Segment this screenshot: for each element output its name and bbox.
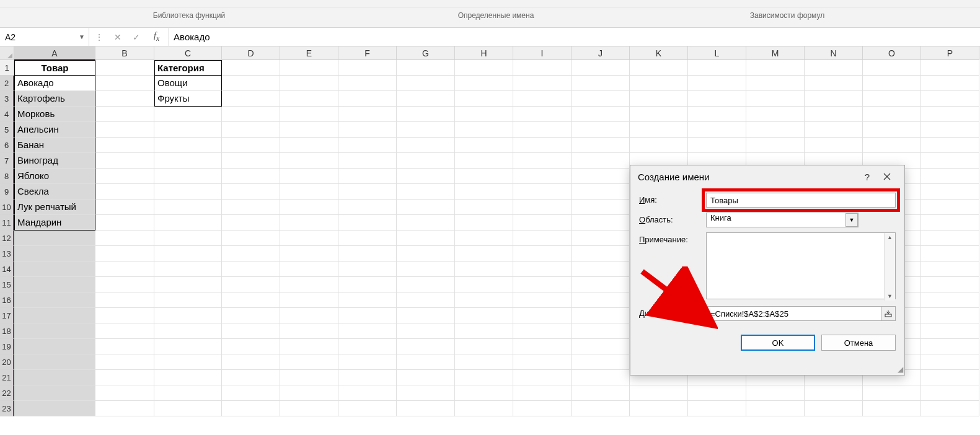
cell[interactable] <box>397 385 455 401</box>
cell[interactable] <box>95 246 154 261</box>
dialog-titlebar[interactable]: Создание имени ? <box>630 165 904 188</box>
cell[interactable] <box>513 246 572 261</box>
cell[interactable] <box>572 138 630 153</box>
cell[interactable] <box>14 308 95 323</box>
row-header[interactable]: 8 <box>0 169 14 184</box>
cell[interactable] <box>455 138 513 153</box>
cell[interactable] <box>397 354 455 370</box>
cell[interactable] <box>572 200 630 215</box>
cell[interactable]: Свекла <box>14 184 95 200</box>
cell[interactable]: Мандарин <box>14 215 95 231</box>
select-all-corner[interactable] <box>0 46 14 60</box>
cell[interactable] <box>280 215 338 231</box>
row-header[interactable]: 21 <box>0 370 14 385</box>
cell[interactable] <box>688 138 746 153</box>
cell[interactable] <box>630 76 688 91</box>
cell[interactable] <box>572 60 630 76</box>
cell[interactable] <box>921 323 979 339</box>
cell[interactable] <box>14 385 95 401</box>
cell[interactable] <box>95 308 154 323</box>
column-header[interactable]: E <box>280 46 338 60</box>
cell[interactable] <box>397 122 455 138</box>
cell[interactable] <box>280 200 338 215</box>
cell[interactable] <box>397 91 455 107</box>
cell[interactable] <box>338 107 397 122</box>
cell[interactable] <box>921 292 979 308</box>
cell[interactable] <box>572 215 630 231</box>
cell[interactable] <box>455 308 513 323</box>
cell[interactable] <box>338 231 397 246</box>
cell[interactable] <box>746 401 805 416</box>
cell[interactable] <box>921 138 979 153</box>
cell[interactable] <box>746 60 805 76</box>
cell[interactable] <box>921 153 979 169</box>
cell[interactable] <box>338 354 397 370</box>
cell[interactable] <box>688 60 746 76</box>
column-header[interactable]: F <box>338 46 397 60</box>
cell[interactable] <box>513 308 572 323</box>
cell[interactable] <box>688 76 746 91</box>
close-icon[interactable] <box>877 168 897 185</box>
row-header[interactable]: 3 <box>0 91 14 107</box>
cell[interactable] <box>455 122 513 138</box>
cell[interactable]: Виноград <box>14 153 95 169</box>
cell[interactable] <box>154 107 222 122</box>
cell[interactable] <box>95 354 154 370</box>
cell[interactable] <box>95 370 154 385</box>
row-header[interactable]: 11 <box>0 215 14 231</box>
cell[interactable] <box>338 370 397 385</box>
cell[interactable] <box>14 401 95 416</box>
column-header[interactable]: M <box>746 46 805 60</box>
cell[interactable] <box>95 215 154 231</box>
cell[interactable] <box>397 138 455 153</box>
cell[interactable] <box>14 277 95 292</box>
cell[interactable]: Морковь <box>14 107 95 122</box>
cell[interactable]: Товар <box>14 60 95 76</box>
cell[interactable] <box>154 292 222 308</box>
cell[interactable] <box>397 292 455 308</box>
cell[interactable] <box>863 107 921 122</box>
column-header[interactable]: N <box>805 46 863 60</box>
range-input[interactable] <box>706 306 881 321</box>
scope-select[interactable]: Книга <box>706 213 859 227</box>
cell[interactable] <box>572 370 630 385</box>
cell[interactable] <box>222 138 280 153</box>
cell[interactable] <box>921 200 979 215</box>
name-box[interactable] <box>0 28 89 46</box>
cell[interactable] <box>280 401 338 416</box>
cell[interactable] <box>513 323 572 339</box>
cell[interactable] <box>95 122 154 138</box>
cell[interactable] <box>338 261 397 277</box>
cell[interactable] <box>280 246 338 261</box>
cell[interactable] <box>513 76 572 91</box>
cell[interactable] <box>222 401 280 416</box>
cell[interactable] <box>805 122 863 138</box>
row-header[interactable]: 10 <box>0 200 14 215</box>
cell[interactable] <box>95 323 154 339</box>
cell[interactable] <box>805 138 863 153</box>
cell[interactable] <box>455 323 513 339</box>
cell[interactable] <box>630 107 688 122</box>
cell[interactable] <box>280 138 338 153</box>
cell[interactable] <box>14 261 95 277</box>
cell[interactable] <box>280 354 338 370</box>
column-header[interactable]: L <box>688 46 746 60</box>
cell[interactable] <box>95 385 154 401</box>
row-header[interactable]: 15 <box>0 277 14 292</box>
cell[interactable] <box>397 370 455 385</box>
column-header[interactable]: J <box>572 46 630 60</box>
cell[interactable] <box>572 292 630 308</box>
cell[interactable]: Авокадо <box>14 76 95 91</box>
formula-input[interactable] <box>169 28 980 46</box>
cell[interactable] <box>455 91 513 107</box>
cell[interactable] <box>863 91 921 107</box>
cell[interactable] <box>280 60 338 76</box>
cell[interactable] <box>95 401 154 416</box>
cell[interactable] <box>95 339 154 354</box>
cell[interactable] <box>154 385 222 401</box>
cell[interactable] <box>572 261 630 277</box>
cell[interactable] <box>921 91 979 107</box>
cell[interactable] <box>338 122 397 138</box>
cell[interactable] <box>280 184 338 200</box>
cell[interactable] <box>280 122 338 138</box>
